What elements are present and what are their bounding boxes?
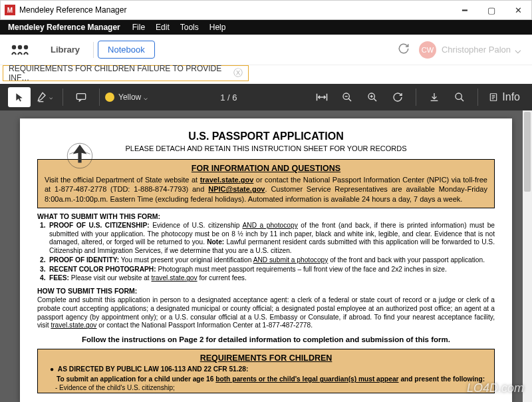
highlight-tool-icon[interactable]: ⌵	[33, 87, 56, 107]
pdf-toolbar: ⌵ Yellow ⌵ 1 / 6 Info	[0, 84, 532, 110]
app-icon: M	[5, 5, 15, 15]
sync-icon[interactable]	[398, 43, 410, 57]
close-button[interactable]: ✕	[505, 1, 531, 20]
what-submit-list: 1.PROOF OF U.S. CITIZENSHIP: Evidence of…	[40, 222, 495, 283]
user-name: Christopher Palon	[442, 45, 511, 55]
avatar[interactable]: CW	[419, 41, 436, 59]
svg-point-1	[18, 45, 22, 49]
svg-point-16	[456, 93, 462, 99]
tab-close-icon[interactable]: ⓧ	[233, 67, 243, 79]
what-submit-heading: WHAT TO SUBMIT WITH THIS FORM:	[37, 212, 495, 220]
follow-instructions-line: Follow the instructions on Page 2 for de…	[37, 335, 495, 343]
minimize-button[interactable]: ━	[452, 1, 478, 20]
pdf-viewer[interactable]: U.S. PASSPORT APPLICATION PLEASE DETACH …	[0, 110, 532, 402]
doc-subtitle: PLEASE DETACH AND RETAIN THIS INSTRUCTIO…	[37, 144, 495, 152]
svg-line-17	[461, 99, 464, 101]
info-box-heading: FOR INFORMATION AND QUESTIONS	[45, 164, 487, 173]
svg-line-12	[374, 99, 376, 101]
zoom-in-icon[interactable]	[361, 87, 384, 107]
notebook-button[interactable]: Notebook	[98, 41, 155, 59]
select-tool-icon[interactable]	[8, 87, 31, 107]
highlight-color-chip[interactable]	[105, 93, 114, 102]
highlight-color-label[interactable]: Yellow	[118, 93, 141, 102]
scrollbar[interactable]	[523, 110, 532, 402]
chevron-down-icon[interactable]: ⌵	[515, 43, 521, 56]
children-box: REQUIREMENTS FOR CHILDREN ● AS DIRECTED …	[37, 349, 495, 393]
rotate-icon[interactable]	[386, 87, 409, 107]
children-bullet: ● AS DIRECTED BY PUBLIC LAW 106-113 AND …	[50, 365, 487, 373]
fit-width-icon[interactable]	[311, 87, 333, 107]
info-box: FOR INFORMATION AND QUESTIONS Visit the …	[37, 159, 495, 208]
menu-edit[interactable]: Edit	[150, 20, 175, 35]
menubar-app-name: Mendeley Reference Manager	[3, 20, 127, 35]
chevron-down-icon[interactable]: ⌵	[144, 94, 148, 101]
page-indicator: 1 / 6	[220, 93, 237, 102]
library-link[interactable]: Library	[41, 45, 89, 55]
svg-point-2	[24, 45, 28, 49]
us-seal-icon	[63, 138, 97, 174]
window-title: Mendeley Reference Manager	[19, 5, 452, 15]
mendeley-logo-icon	[11, 45, 29, 55]
doc-title: U.S. PASSPORT APPLICATION	[37, 130, 495, 142]
children-box-heading: REQUIREMENTS FOR CHILDREN	[45, 353, 487, 363]
document-tab-label: REQUIREMENTS FOR CHILDREN FAILURE TO PRO…	[9, 64, 228, 83]
scrollbar-thumb[interactable]	[524, 112, 531, 192]
svg-rect-4	[76, 94, 85, 100]
svg-line-9	[348, 99, 351, 101]
menu-help[interactable]: Help	[204, 20, 231, 35]
document-tab[interactable]: REQUIREMENTS FOR CHILDREN FAILURE TO PRO…	[3, 65, 249, 81]
menu-tools[interactable]: Tools	[175, 20, 204, 35]
svg-point-0	[12, 45, 16, 49]
search-icon[interactable]	[448, 87, 471, 107]
info-box-body: Visit the official Department of State w…	[45, 175, 487, 204]
menubar: Mendeley Reference Manager File Edit Too…	[0, 20, 532, 35]
zoom-out-icon[interactable]	[336, 87, 358, 107]
window-titlebar: M Mendeley Reference Manager ━ ▢ ✕	[0, 0, 532, 20]
how-submit-para: Complete and submit this application in …	[37, 296, 495, 330]
pdf-page: U.S. PASSPORT APPLICATION PLEASE DETACH …	[20, 118, 512, 402]
document-tabbar: REQUIREMENTS FOR CHILDREN FAILURE TO PRO…	[0, 65, 532, 84]
children-sub: To submit an application for a child und…	[57, 375, 487, 383]
app-header: Library Notebook CW Christopher Palon ⌵	[0, 35, 532, 65]
maximize-button[interactable]: ▢	[478, 1, 505, 20]
info-button[interactable]: Info	[485, 87, 524, 107]
info-label: Info	[502, 91, 520, 103]
menu-file[interactable]: File	[127, 20, 150, 35]
children-evidence: - Evidence of the child's U.S. citizensh…	[55, 384, 487, 391]
download-icon[interactable]	[423, 87, 446, 107]
comment-tool-icon[interactable]	[70, 87, 92, 107]
header-divider	[93, 42, 94, 58]
how-submit-heading: HOW TO SUBMIT THIS FORM:	[37, 287, 495, 295]
